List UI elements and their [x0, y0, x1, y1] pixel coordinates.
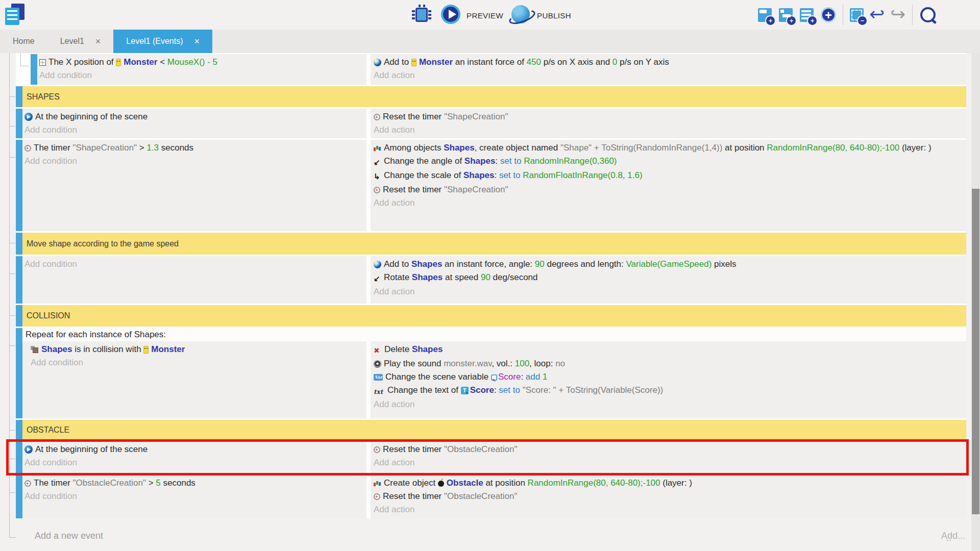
condition-line[interactable]: At the beginning of the scene — [24, 110, 366, 123]
text-segment: Shapes — [464, 156, 495, 166]
action-line[interactable]: Reset the timer "ObstacleCreation" — [374, 490, 966, 503]
condition-line[interactable]: Shapes is in collision with Monster — [31, 343, 366, 356]
add-condition-button[interactable]: Add condition — [39, 69, 366, 82]
add-more-button[interactable]: Add... — [941, 531, 965, 541]
add-action-button[interactable]: Add action — [374, 69, 966, 82]
column-divider — [366, 441, 371, 473]
tab-level1-events[interactable]: Level1 (Events)× — [113, 30, 212, 53]
add-comment-icon[interactable]: + — [800, 8, 814, 22]
text-segment: RandomInRange(80, 640-80);-100 — [528, 478, 660, 488]
scrollbar-thumb[interactable] — [972, 189, 979, 514]
search-icon[interactable] — [919, 6, 938, 23]
text-segment: p/s on Y axis — [617, 57, 669, 67]
add-action-button[interactable]: Add action — [374, 398, 966, 411]
tab-level1[interactable]: Level1× — [47, 30, 114, 53]
add-action-button[interactable]: Add action — [374, 123, 966, 137]
publish-button[interactable]: PUBLISH — [537, 11, 571, 20]
text-segment: monster.wav — [444, 359, 492, 368]
add-action-button[interactable]: Add action — [374, 456, 966, 469]
add-condition-button[interactable]: Add condition — [24, 123, 366, 137]
condition-line[interactable]: At the beginning of the scene — [24, 443, 366, 456]
action-line[interactable]: Change the text of Score: set to "Score:… — [374, 384, 966, 398]
text-segment: , create object named — [475, 143, 560, 153]
action-line[interactable]: Change the scale of Shapes: set to Rando… — [374, 169, 966, 183]
add-condition-button[interactable]: Add condition — [24, 456, 366, 469]
event-color-bar[interactable] — [16, 86, 22, 107]
remove-selection-icon[interactable]: − — [850, 8, 864, 22]
event-group-banner[interactable]: OBSTACLE — [22, 420, 966, 440]
action-line[interactable]: Reset the timer "ShapeCreation" — [374, 183, 966, 196]
action-line[interactable]: Reset the timer "ObstacleCreation" — [374, 443, 966, 456]
tree-rail — [10, 492, 15, 493]
conditions-column: The X position of Monster < MouseX() - 5… — [37, 54, 366, 85]
event-color-bar[interactable] — [31, 54, 37, 85]
add-new-event-button[interactable]: Add a new event — [35, 531, 103, 541]
text-segment: 1 — [543, 372, 547, 382]
text-segment: 1.3 — [146, 143, 159, 153]
text-segment: Score — [498, 372, 521, 382]
add-action-button[interactable]: Add action — [374, 196, 966, 210]
condition-line[interactable]: The timer "ObstacleCreation" > 5 seconds — [24, 477, 366, 490]
event-color-bar[interactable] — [16, 256, 22, 304]
project-manager-icon[interactable] — [5, 4, 24, 26]
scrollbar-track[interactable] — [971, 53, 980, 551]
footer-row: Add a new event Add... — [16, 531, 966, 545]
preview-button[interactable]: PREVIEW — [467, 11, 503, 20]
add-condition-button[interactable]: Add condition — [24, 258, 366, 271]
text-segment: "ObstacleCreation" — [73, 478, 146, 488]
event-color-bar[interactable] — [16, 328, 22, 418]
condition-line[interactable]: The X position of Monster < MouseX() - 5 — [39, 56, 366, 69]
action-line[interactable]: Rotate Shapes at speed 90 deg/second — [374, 271, 966, 285]
add-condition-button[interactable]: Add condition — [24, 490, 366, 503]
redo-icon[interactable] — [892, 8, 905, 22]
action-line[interactable]: Create object Obstacle at position Rando… — [374, 477, 966, 490]
event-row: The timer "ObstacleCreation" > 5 seconds… — [16, 475, 966, 518]
preview-play-icon[interactable] — [441, 5, 460, 24]
tree-rail — [10, 243, 15, 243]
event-color-bar[interactable] — [16, 420, 22, 440]
condition-line[interactable]: The timer "ShapeCreation" > 1.3 seconds — [24, 141, 366, 155]
text-segment: "Score: " + ToString(Variable(Score)) — [523, 385, 664, 395]
column-divider — [366, 256, 371, 304]
event-color-bar[interactable] — [16, 475, 22, 518]
add-event-icon[interactable]: + — [758, 8, 772, 22]
event-color-bar[interactable] — [16, 441, 22, 473]
collision-icon — [31, 346, 39, 353]
action-line[interactable]: Play the sound monster.wav, vol.: 100, l… — [374, 357, 966, 370]
add-condition-button[interactable]: Add condition — [24, 155, 366, 168]
action-line[interactable]: Delete Shapes — [374, 343, 966, 357]
tree-rail — [20, 53, 21, 66]
monster-icon — [411, 59, 416, 66]
add-plus-icon[interactable] — [821, 7, 836, 22]
action-line[interactable]: Change the scene variable Score: add 1 — [374, 370, 966, 384]
event-row-body: At the beginning of the sceneAdd conditi… — [22, 109, 966, 138]
tab-home[interactable]: Home — [0, 30, 47, 53]
action-line[interactable]: Add to Shapes an instant force, angle: 9… — [374, 258, 966, 271]
tab-close-icon[interactable]: × — [194, 36, 200, 47]
action-line[interactable]: Among objects Shapes, create object name… — [374, 141, 966, 155]
action-line[interactable]: Add to Monster an instant force of 450 p… — [374, 56, 966, 69]
event-color-bar[interactable] — [16, 140, 22, 231]
event-group-banner[interactable]: COLLISION — [22, 305, 966, 327]
event-color-bar[interactable] — [16, 305, 22, 327]
add-subevent-icon[interactable]: + — [779, 8, 793, 22]
publish-globe-icon[interactable] — [511, 5, 530, 23]
undo-icon[interactable] — [871, 8, 885, 22]
action-line[interactable]: Change the angle of Shapes: set to Rando… — [374, 155, 966, 169]
debugger-icon[interactable] — [415, 8, 428, 22]
event-color-bar[interactable] — [16, 233, 22, 255]
tab-close-icon[interactable]: × — [95, 36, 101, 47]
text-segment: set to — [500, 156, 522, 166]
event-group: SHAPES — [16, 86, 966, 107]
text-segment: Create object — [384, 478, 438, 488]
event-group-banner[interactable]: SHAPES — [22, 86, 966, 107]
event-group-banner[interactable]: Move shape according to the game speed — [22, 233, 966, 255]
event-color-bar[interactable] — [16, 109, 22, 138]
action-line[interactable]: Reset the timer "ShapeCreation" — [374, 110, 966, 123]
text-segment: Delete — [384, 344, 412, 354]
event-row: Add conditionAdd to Shapes an instant fo… — [16, 256, 966, 304]
add-condition-button[interactable]: Add condition — [31, 356, 366, 369]
add-action-button[interactable]: Add action — [374, 503, 966, 516]
repeat-header[interactable]: Repeat for each instance of Shapes: — [22, 328, 966, 341]
add-action-button[interactable]: Add action — [374, 285, 966, 298]
